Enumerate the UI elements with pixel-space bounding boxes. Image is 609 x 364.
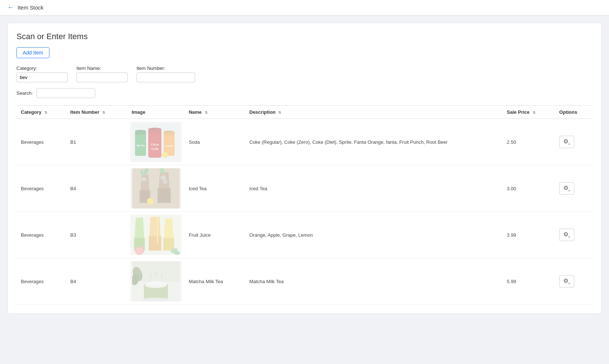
item-image-soda: Sprite Coca Cola Fanta (130, 122, 182, 162)
item-image-icedtea (130, 168, 182, 209)
app-header: ← Item Stock (0, 0, 609, 15)
item-name-input[interactable] (76, 72, 128, 82)
table-row: BeveragesB3 (16, 212, 593, 258)
options-button[interactable]: ⚙o (559, 136, 574, 148)
cell-category: Beverages (16, 258, 66, 305)
options-button[interactable]: ⚙o (559, 182, 574, 194)
cell-sale-price: 3.99 (502, 212, 555, 258)
back-button[interactable]: ← (7, 4, 14, 11)
cell-item-number: B4 (66, 165, 127, 212)
category-input[interactable] (16, 72, 68, 82)
item-number-label: Item Number: (137, 65, 195, 71)
sort-item-number-icon: ⇅ (102, 110, 105, 115)
col-item-number[interactable]: Item Number ⇅ (66, 106, 127, 119)
table-header: Category ⇅ Item Number ⇅ Image Name ⇅ De… (16, 106, 593, 119)
cell-options: ⚙o (555, 212, 593, 258)
table-body: BeveragesB1 Sprite Coca Cola Fanta (16, 119, 593, 305)
table-row: BeveragesB4 (16, 258, 593, 305)
search-input[interactable] (37, 88, 95, 98)
svg-text:Sprite: Sprite (136, 144, 145, 147)
sort-description-icon: ⇅ (278, 110, 281, 115)
category-filter-group: Category: (16, 65, 68, 82)
cell-description: Iced Tea (245, 165, 502, 212)
search-label: Search: (16, 90, 33, 96)
cell-description: Orange, Apple, Grape, Lemon (245, 212, 502, 258)
svg-text:Cola: Cola (151, 147, 158, 151)
cell-image (127, 165, 184, 212)
item-number-input[interactable] (137, 72, 195, 82)
cell-category: Beverages (16, 212, 66, 258)
cell-category: Beverages (16, 119, 66, 165)
filter-row: Category: Item Name: Item Number: (16, 65, 593, 82)
main-card: Scan or Enter Items Add Item Category: I… (7, 23, 602, 314)
svg-rect-36 (157, 215, 158, 243)
svg-point-13 (164, 131, 175, 133)
col-image: Image (127, 106, 184, 119)
col-category[interactable]: Category ⇅ (16, 106, 66, 119)
app-title: Item Stock (18, 4, 44, 11)
col-options: Options (555, 106, 593, 119)
svg-rect-22 (142, 177, 146, 181)
svg-text:Coca: Coca (151, 143, 159, 146)
cell-name: Iced Tea (184, 165, 245, 212)
svg-rect-24 (163, 180, 167, 184)
cell-image (127, 258, 184, 305)
cell-description: Matcha Milk Tea (245, 258, 502, 305)
table-row: BeveragesB1 Sprite Coca Cola Fanta (16, 119, 593, 165)
cell-name: Fruit Juice (184, 212, 245, 258)
svg-rect-35 (163, 238, 174, 251)
add-item-button[interactable]: Add Item (16, 47, 49, 58)
section-title: Scan or Enter Items (16, 32, 593, 41)
svg-rect-21 (157, 188, 171, 203)
cell-sale-price: 2.50 (502, 119, 555, 165)
search-row: Search: (16, 88, 593, 98)
svg-point-47 (145, 282, 167, 288)
item-number-filter-group: Item Number: (137, 65, 195, 82)
col-name[interactable]: Name ⇅ (184, 106, 245, 119)
item-image-matcha (130, 261, 182, 301)
item-image-juice (130, 215, 182, 255)
svg-point-25 (147, 198, 154, 204)
table-row: BeveragesB4 Iced TeaIced Tea3.00⚙o (16, 165, 593, 212)
cell-image: Sprite Coca Cola Fanta (127, 119, 184, 165)
sort-price-icon: ⇅ (533, 110, 535, 115)
cell-name: Matcha Milk Tea (184, 258, 245, 305)
svg-point-4 (135, 130, 146, 132)
item-name-label: Item Name: (76, 65, 128, 71)
cell-item-number: B4 (66, 258, 127, 305)
cell-sale-price: 3.00 (502, 165, 555, 212)
cell-options: ⚙o (555, 119, 593, 165)
sort-name-icon: ⇅ (205, 110, 208, 115)
cell-image (127, 212, 184, 258)
cell-item-number: B3 (66, 212, 127, 258)
cell-options: ⚙o (555, 165, 593, 212)
category-label: Category: (16, 65, 68, 71)
cell-sale-price: 5.99 (502, 258, 555, 305)
col-description[interactable]: Description ⇅ (245, 106, 502, 119)
svg-text:Fanta: Fanta (165, 144, 173, 147)
cell-description: Coke (Regular), Coke (Zero), Coke (Diet)… (245, 119, 502, 165)
col-sale-price[interactable]: Sale Price ⇅ (502, 106, 555, 119)
cell-name: Soda (184, 119, 245, 165)
options-button[interactable]: ⚙o (559, 275, 574, 287)
svg-point-51 (141, 298, 171, 301)
svg-rect-1 (135, 131, 146, 156)
svg-rect-17 (132, 168, 180, 209)
options-button[interactable]: ⚙o (559, 229, 574, 241)
sort-category-icon: ⇅ (44, 110, 47, 115)
cell-category: Beverages (16, 165, 66, 212)
items-table: Category ⇅ Item Number ⇅ Image Name ⇅ De… (16, 105, 593, 305)
cell-options: ⚙o (555, 258, 593, 305)
item-name-filter-group: Item Name: (76, 65, 128, 82)
svg-rect-33 (149, 236, 161, 251)
svg-point-9 (148, 128, 161, 131)
cell-item-number: B1 (66, 119, 127, 165)
svg-rect-23 (161, 176, 166, 180)
